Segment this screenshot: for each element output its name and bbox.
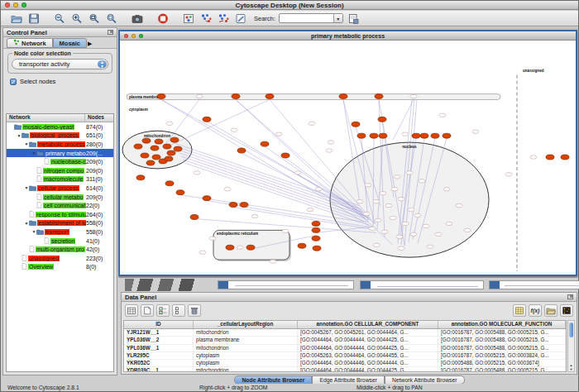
gene-node[interactable] (414, 213, 421, 217)
selected-gene-node[interactable] (312, 221, 320, 226)
selected-gene-node[interactable] (412, 133, 420, 138)
heatmap-icon[interactable] (560, 304, 573, 317)
tree-item-establishment-of-lo[interactable]: ▼establishment of lo558(0) (7, 219, 113, 228)
gene-node[interactable] (381, 230, 388, 233)
gene-node[interactable] (456, 203, 462, 207)
select-nodes-checkbox[interactable]: ✓ (10, 79, 17, 85)
tree-item-cellular-process[interactable]: ▼cellular process614(0) (7, 184, 113, 193)
gene-node[interactable] (410, 94, 417, 98)
selected-gene-node[interactable] (379, 133, 387, 138)
selected-gene-node[interactable] (174, 146, 182, 151)
open-file-icon[interactable] (9, 12, 23, 25)
gene-node[interactable] (530, 155, 537, 159)
tab-network[interactable]: Network (7, 38, 53, 48)
gene-node[interactable] (394, 175, 400, 179)
column-header[interactable]: annotation.GO MOLECULAR_FUNCTION (438, 321, 566, 328)
gene-node[interactable] (439, 113, 446, 117)
table-row[interactable]: YLR295Ccytoplasm[GO:0045263, GO:0044464,… (124, 352, 566, 360)
selected-gene-node[interactable] (352, 122, 360, 127)
selected-gene-node[interactable] (176, 190, 184, 195)
gene-node[interactable] (398, 246, 404, 250)
selected-gene-node[interactable] (152, 155, 160, 160)
selected-gene-node[interactable] (134, 144, 142, 149)
selected-gene-node[interactable] (237, 148, 246, 153)
gene-node[interactable] (396, 235, 403, 238)
selected-gene-node[interactable] (163, 144, 171, 149)
snapshot-camera-icon[interactable] (130, 12, 144, 25)
gene-node[interactable] (472, 130, 479, 133)
save-session-icon[interactable] (26, 12, 41, 25)
zoom-in-icon[interactable] (69, 12, 84, 25)
gene-node[interactable] (209, 237, 216, 240)
tree-item-unassigned[interactable]: unassigned223(0) (7, 254, 113, 263)
gene-node[interactable] (408, 208, 414, 211)
gene-node[interactable] (275, 132, 282, 136)
search-dropdown-icon[interactable]: ▾ (333, 14, 342, 22)
tree-item-secretion[interactable]: secretion41(0) (7, 237, 113, 246)
tree-item-macromolecule[interactable]: macromolecule311(0) (7, 175, 113, 184)
selected-gene-node[interactable] (232, 94, 240, 99)
selected-gene-node[interactable] (281, 153, 290, 158)
selected-gene-node[interactable] (141, 153, 149, 158)
save-network-icon[interactable] (347, 12, 361, 25)
gene-node[interactable] (505, 173, 512, 176)
gene-node[interactable] (326, 149, 333, 152)
table-row[interactable]: YKR052Ccytoplasm[GO:0044464, GO:0044446,… (124, 360, 566, 367)
gene-node[interactable] (406, 171, 413, 174)
selected-gene-node[interactable] (312, 236, 320, 241)
gene-node[interactable] (309, 122, 315, 125)
attribute-grid-icon[interactable] (125, 304, 138, 317)
gene-node[interactable] (307, 208, 313, 211)
gene-node[interactable] (446, 222, 452, 225)
selected-gene-node[interactable] (378, 117, 386, 122)
selected-gene-node[interactable] (167, 151, 175, 155)
selected-gene-node[interactable] (229, 203, 237, 208)
gene-node[interactable] (224, 188, 231, 191)
selected-gene-node[interactable] (420, 133, 428, 138)
vizmapper-icon[interactable] (181, 12, 195, 25)
gene-node[interactable] (373, 243, 380, 246)
table-row[interactable]: YPL036W__1mitochondrion[GO:0044464, GO:0… (124, 345, 566, 352)
destroy-view-icon[interactable] (216, 12, 230, 25)
selected-gene-node[interactable] (261, 141, 269, 146)
scrollbar-arrows-icon[interactable]: ▲▼ (568, 363, 574, 371)
gene-node[interactable] (356, 199, 363, 203)
float-panel-icon[interactable] (567, 294, 573, 299)
selected-gene-node[interactable] (266, 94, 274, 99)
gene-node[interactable] (369, 227, 376, 230)
selected-gene-node[interactable] (370, 133, 378, 138)
background-window-fragment[interactable] (218, 280, 354, 289)
selected-gene-node[interactable] (151, 146, 159, 151)
gene-node[interactable] (390, 216, 396, 219)
gene-node[interactable] (294, 171, 301, 174)
more-tabs-arrow[interactable]: ▶ (88, 41, 92, 47)
selected-gene-node[interactable] (298, 243, 306, 248)
selected-gene-node[interactable] (339, 94, 347, 99)
gene-node[interactable] (363, 212, 370, 215)
gene-node[interactable] (423, 224, 429, 227)
network-canvas[interactable]: plasma membranecytoplasmmitochondrionnuc… (120, 41, 576, 275)
column-header[interactable]: annotation.GO CELLULAR_COMPONENT (298, 321, 438, 328)
selected-gene-node[interactable] (170, 137, 179, 142)
create-attribute-icon[interactable] (141, 304, 154, 317)
network-view-window[interactable]: primary metabolic process plasma membran… (118, 30, 577, 276)
delete-attribute-icon[interactable] (188, 304, 201, 317)
attribute-table[interactable]: ID_cellularLayoutRegionannotation.GO CEL… (123, 320, 567, 372)
zoom-out-icon[interactable] (52, 12, 66, 25)
tree-item-multi-organism-pro[interactable]: multi-organism pro42(0) (7, 245, 113, 254)
gene-node[interactable] (315, 188, 322, 191)
tree-item-transport[interactable]: ▼transport558(0) (7, 227, 113, 237)
import-attributes-icon[interactable] (513, 304, 526, 317)
selected-gene-node[interactable] (443, 133, 451, 138)
gene-node[interactable] (166, 122, 173, 125)
selected-gene-node[interactable] (246, 245, 255, 250)
gene-node[interactable] (380, 192, 386, 195)
selected-gene-node[interactable] (165, 156, 173, 161)
selected-gene-node[interactable] (142, 138, 151, 143)
selected-gene-node[interactable] (313, 246, 321, 251)
gene-node[interactable] (385, 203, 392, 207)
gene-node[interactable] (231, 128, 237, 131)
formula-builder-icon[interactable]: f(x) (529, 304, 542, 317)
selected-gene-node[interactable] (375, 94, 383, 99)
open-attribute-file-icon[interactable] (544, 304, 557, 317)
